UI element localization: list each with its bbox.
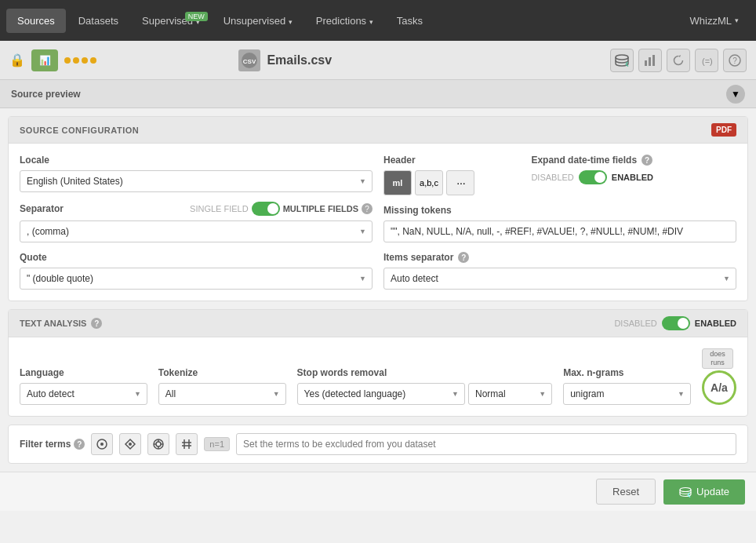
missing-tokens-input[interactable]: [383, 220, 736, 242]
reset-button[interactable]: Reset: [596, 479, 656, 505]
tokenize-select[interactable]: All: [158, 383, 286, 405]
text-analysis-toggle[interactable]: [662, 316, 690, 330]
text-analysis-help[interactable]: ?: [91, 318, 102, 329]
ta-enabled-label: ENABLED: [695, 319, 736, 328]
config-left-col: Locale English (United States) Separator…: [20, 155, 373, 290]
separator-select[interactable]: , (comma): [20, 220, 373, 242]
header-label: Header: [383, 155, 520, 166]
filter-terms-label: Filter terms ?: [20, 439, 85, 450]
header-buttons: ml a,b,c · · ·: [383, 170, 520, 195]
stop-words-select[interactable]: Yes (detected language): [297, 383, 465, 405]
nav-tasks[interactable]: Tasks: [386, 9, 434, 33]
source-config-title: SOURCE CONFIGURATION: [20, 126, 139, 135]
tokenize-group: Tokenize All: [158, 367, 286, 405]
stop-words-normal-select[interactable]: Normal: [468, 383, 552, 405]
a-a-button[interactable]: A/a: [702, 370, 736, 405]
source-config-header: SOURCE CONFIGURATION PDF: [9, 117, 747, 144]
lock-icon: 🔒: [9, 53, 25, 67]
separator-label: Separator: [20, 203, 64, 214]
language-select-wrapper: Auto detect: [20, 383, 147, 405]
text-analysis-title: TEXT ANALYSIS ?: [20, 318, 102, 329]
does-runs-btn[interactable]: does runs: [702, 348, 733, 369]
header-dots-btn[interactable]: · · ·: [446, 170, 474, 195]
nav-unsupervised[interactable]: Unsupervised ▾: [213, 9, 303, 33]
source-preview-bar: Source preview ▼: [0, 80, 756, 108]
unsupervised-caret: ▾: [289, 18, 293, 26]
nav-whizzml[interactable]: WhizzML ▾: [679, 9, 750, 33]
nav-sources[interactable]: Sources: [6, 9, 66, 33]
source-config-body: Locale English (United States) Separator…: [9, 144, 747, 301]
multiple-fields-label: MULTIPLE FIELDS: [283, 204, 358, 213]
filter-terms-help[interactable]: ?: [74, 439, 85, 450]
items-separator-help[interactable]: ?: [458, 252, 469, 263]
update-button[interactable]: Update: [663, 479, 745, 505]
header-abc-btn[interactable]: a,b,c: [415, 170, 443, 195]
formula-action-btn[interactable]: (=): [695, 49, 718, 72]
navbar: Sources Datasets Supervised NEW ▾ Unsupe…: [0, 0, 756, 41]
items-separator-label: Items separator ?: [383, 252, 736, 263]
header-group: Header ml a,b,c · · ·: [383, 155, 520, 195]
source-preview-label: Source preview: [11, 89, 81, 100]
quote-group: Quote " (double quote): [20, 252, 373, 290]
separator-toggle[interactable]: [252, 202, 280, 216]
source-config-section: SOURCE CONFIGURATION PDF Locale English …: [8, 116, 748, 301]
missing-tokens-label: Missing tokens: [383, 205, 736, 216]
separator-select-wrapper: , (comma): [20, 220, 373, 242]
ta-disabled-label: DISABLED: [614, 319, 656, 328]
svg-rect-4: [649, 57, 651, 66]
pdf-button[interactable]: PDF: [711, 123, 736, 137]
footer-bar: Reset Update: [0, 472, 756, 511]
locale-group: Locale English (United States): [20, 155, 373, 192]
header-datetime-row: Header ml a,b,c · · ·: [383, 155, 736, 195]
items-separator-group: Items separator ? Auto detect: [383, 252, 736, 290]
language-select[interactable]: Auto detect: [20, 383, 147, 405]
filter-icon-hash[interactable]: [176, 433, 198, 455]
tokenize-select-wrapper: All: [158, 383, 286, 405]
refresh-action-btn[interactable]: [667, 49, 690, 72]
filter-terms-section: Filter terms ? n=1: [8, 425, 748, 464]
single-field-label: SINGLE FIELD: [190, 204, 249, 213]
dot-3: [82, 57, 88, 64]
filter-icon-diamond[interactable]: [119, 433, 141, 455]
source-type-icon[interactable]: 📊: [31, 49, 58, 71]
expand-enabled-label: ENABLED: [612, 173, 653, 182]
separator-help-icon[interactable]: ?: [362, 203, 373, 214]
dot-1: [64, 57, 71, 64]
svg-rect-5: [652, 55, 655, 66]
quote-label: Quote: [20, 252, 373, 263]
nav-datasets[interactable]: Datasets: [67, 9, 129, 33]
missing-tokens-group: Missing tokens: [383, 205, 736, 242]
svg-point-23: [680, 487, 691, 491]
filter-terms-input[interactable]: [236, 433, 736, 455]
expand-datetime-toggle[interactable]: [579, 170, 607, 184]
stop-words-label: Stop words removal: [297, 367, 553, 378]
dataset-action-btn[interactable]: [610, 49, 634, 72]
filter-icon-circle[interactable]: [91, 433, 113, 455]
ngrams-select[interactable]: unigram: [563, 383, 691, 405]
source-preview-toggle[interactable]: ▼: [726, 85, 745, 104]
expand-datetime-group: Expand date-time fields ? DISABLED ENABL…: [531, 155, 736, 195]
ngrams-group: Max. n-grams unigram: [563, 367, 691, 405]
stop-words-select-wrapper: Yes (detected language): [297, 383, 465, 405]
locale-select[interactable]: English (United States): [20, 170, 373, 192]
quote-select-wrapper: " (double quote): [20, 268, 373, 290]
n1-badge: n=1: [204, 437, 230, 451]
help-action-btn[interactable]: ?: [723, 49, 747, 72]
ngrams-label: Max. n-grams: [563, 367, 691, 378]
quote-select[interactable]: " (double quote): [20, 268, 373, 290]
expand-datetime-toggle-group: DISABLED ENABLED: [531, 170, 736, 184]
items-separator-select[interactable]: Auto detect: [383, 268, 736, 290]
filter-icon-target[interactable]: [147, 433, 169, 455]
nav-predictions[interactable]: Predictions ▾: [305, 9, 384, 33]
nav-supervised[interactable]: Supervised NEW ▾: [131, 9, 211, 33]
tokenize-label: Tokenize: [158, 367, 286, 378]
expand-datetime-help[interactable]: ?: [642, 155, 652, 166]
svg-rect-3: [645, 60, 647, 66]
svg-text:CSV: CSV: [243, 58, 256, 65]
toolbar-actions: (=) ?: [610, 49, 747, 72]
new-badge: NEW: [185, 12, 208, 21]
language-label: Language: [20, 367, 147, 378]
whizzml-caret: ▾: [735, 16, 739, 24]
chart-action-btn[interactable]: [638, 49, 662, 72]
header-ml-btn[interactable]: ml: [383, 170, 412, 195]
